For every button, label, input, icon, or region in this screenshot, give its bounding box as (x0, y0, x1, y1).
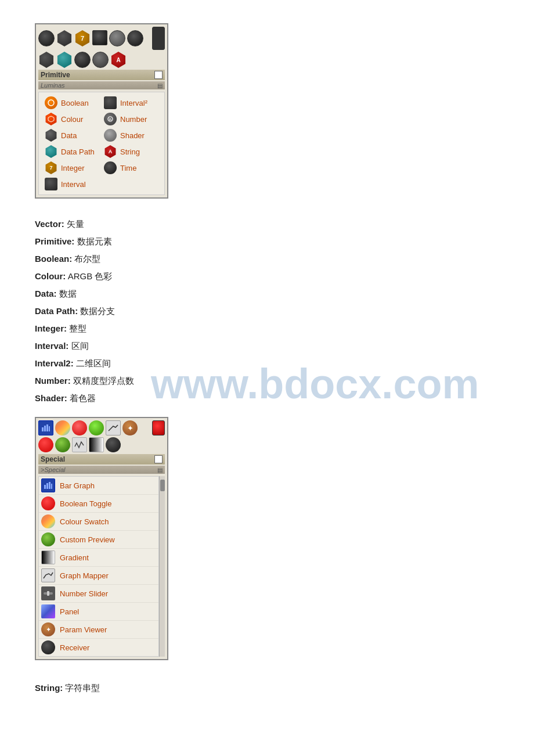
scrollbar[interactable] (159, 476, 165, 657)
special-panel-body: Bar Graph Boolean Toggle Colour Swatch C… (38, 476, 165, 657)
toolbar-icon-9[interactable] (74, 52, 91, 68)
special-item-panel[interactable]: Panel (39, 603, 158, 621)
colour-label: Colour (61, 115, 83, 124)
toolbar-icon-3[interactable]: 7 (74, 30, 91, 46)
special-tb-gear[interactable]: ✦ (122, 420, 138, 435)
desc-vector: Vector: 矢量 (35, 217, 499, 231)
receiver-label: Receiver (60, 643, 89, 652)
special-tb-gradient[interactable] (89, 437, 104, 452)
desc-interval2: Interval2: 二维区间 (35, 357, 499, 370)
integer-icon: 7 (45, 161, 57, 174)
special-item-gradient[interactable]: Gradient (39, 549, 158, 567)
item-boolean[interactable]: Boolean (42, 95, 102, 111)
special-checkbox[interactable] (154, 455, 163, 463)
desc-shader: Shader: 着色器 (35, 391, 499, 405)
special-tb-swatch[interactable] (55, 420, 70, 435)
data-path-icon (45, 145, 57, 158)
svg-rect-13 (47, 591, 49, 596)
svg-rect-4 (42, 427, 44, 431)
toolbar-icon-11[interactable]: A (110, 52, 127, 68)
special-item-bool-toggle[interactable]: Boolean Toggle (39, 495, 158, 513)
time-icon (104, 161, 117, 174)
special-tb-green[interactable] (89, 420, 104, 435)
interval2-icon (104, 96, 117, 109)
toolbar-icon-10[interactable] (92, 52, 109, 68)
desc-data: Data: 数据 (35, 287, 499, 301)
item-interval2[interactable]: Interval² (102, 95, 161, 111)
svg-rect-10 (49, 482, 50, 489)
special-tb-bargraph[interactable] (38, 420, 53, 435)
special-items-list: Bar Graph Boolean Toggle Colour Swatch C… (38, 476, 159, 657)
item-colour[interactable]: Colour (42, 111, 102, 127)
primitive-subtitle: Luminas (41, 82, 65, 89)
shader-icon (104, 129, 117, 142)
special-tb-green2[interactable] (55, 437, 70, 452)
special-item-param-viewer[interactable]: ✦ Param Viewer (39, 621, 158, 639)
special-title-bar: Special (38, 454, 165, 465)
gradient-label: Gradient (60, 553, 89, 562)
svg-text:n: n (109, 117, 111, 121)
special-subtitle-expand[interactable]: ▤ (157, 467, 163, 473)
toolbar-icon-8[interactable] (56, 52, 73, 68)
param-viewer-icon: ✦ (41, 622, 55, 636)
toolbar-row-1: 7 (38, 27, 165, 50)
svg-rect-8 (44, 485, 46, 489)
toolbar-side-btn-1[interactable] (152, 27, 165, 50)
scroll-thumb[interactable] (160, 480, 165, 491)
toolbar-icon-5[interactable] (109, 30, 125, 46)
special-side-btn[interactable] (152, 420, 165, 435)
boolean-label: Boolean (61, 99, 89, 107)
special-item-bar-graph[interactable]: Bar Graph (39, 477, 158, 495)
special-panel: ✦ Special >Special ▤ (35, 417, 168, 660)
colour-swatch-icon (41, 514, 55, 528)
toolbar-icon-4[interactable] (92, 30, 107, 45)
svg-rect-11 (51, 484, 52, 489)
number-slider-icon (41, 586, 55, 600)
special-tb-graphmapper[interactable] (106, 420, 121, 435)
special-toolbar-2 (38, 437, 165, 452)
item-data[interactable]: Data (42, 127, 102, 143)
colour-icon (45, 113, 57, 125)
toolbar-icon-7[interactable] (38, 52, 55, 68)
special-item-receiver[interactable]: Receiver (39, 639, 158, 656)
item-time[interactable]: Time (102, 160, 161, 176)
item-number[interactable]: n Number (102, 111, 161, 127)
special-subtitle-bar: >Special ▤ (38, 466, 165, 474)
item-shader[interactable]: Shader (102, 127, 161, 143)
special-item-custom-preview[interactable]: Custom Preview (39, 531, 158, 549)
svg-marker-1 (48, 116, 54, 122)
desc-colour: Colour: ARGB 色彩 (35, 269, 499, 283)
item-interval[interactable]: Interval (42, 176, 102, 192)
item-data-path[interactable]: Data Path (42, 143, 102, 160)
boolean-icon (45, 96, 57, 109)
primitive-title-bar: Primitive (38, 70, 165, 80)
special-item-graph-mapper[interactable]: Graph Mapper (39, 567, 158, 585)
toolbar-icon-1[interactable] (38, 30, 55, 46)
bar-graph-label: Bar Graph (60, 481, 95, 490)
svg-rect-7 (49, 426, 50, 431)
special-item-colour-swatch[interactable]: Colour Swatch (39, 513, 158, 531)
svg-rect-6 (46, 424, 48, 431)
primitive-body: Boolean Colour Data (38, 92, 165, 195)
footer-descriptions: String: 字符串型 (35, 681, 499, 695)
bar-graph-icon (41, 478, 55, 492)
desc-string: String: 字符串型 (35, 681, 499, 695)
primitive-title: Primitive (41, 71, 70, 79)
toolbar-icon-6[interactable] (127, 30, 143, 46)
string-icon: A (104, 145, 117, 158)
item-string[interactable]: A String (102, 143, 161, 160)
special-tb-wavemap[interactable] (72, 437, 87, 452)
data-label: Data (61, 131, 77, 140)
subtitle-expand[interactable]: ▤ (157, 82, 163, 89)
primitive-checkbox[interactable] (154, 71, 163, 79)
special-tb-red[interactable] (72, 420, 87, 435)
param-viewer-label: Param Viewer (60, 625, 107, 634)
special-tb-receiver[interactable] (106, 437, 121, 452)
special-tb-red2[interactable] (38, 437, 53, 452)
toolbar-icon-2[interactable] (56, 30, 73, 46)
colour-swatch-label: Colour Swatch (60, 517, 109, 526)
desc-boolean: Boolean: 布尔型 (35, 252, 499, 266)
number-icon: n (104, 113, 117, 125)
item-integer[interactable]: 7 Integer (42, 160, 102, 176)
special-item-number-slider[interactable]: Number Slider (39, 585, 158, 603)
